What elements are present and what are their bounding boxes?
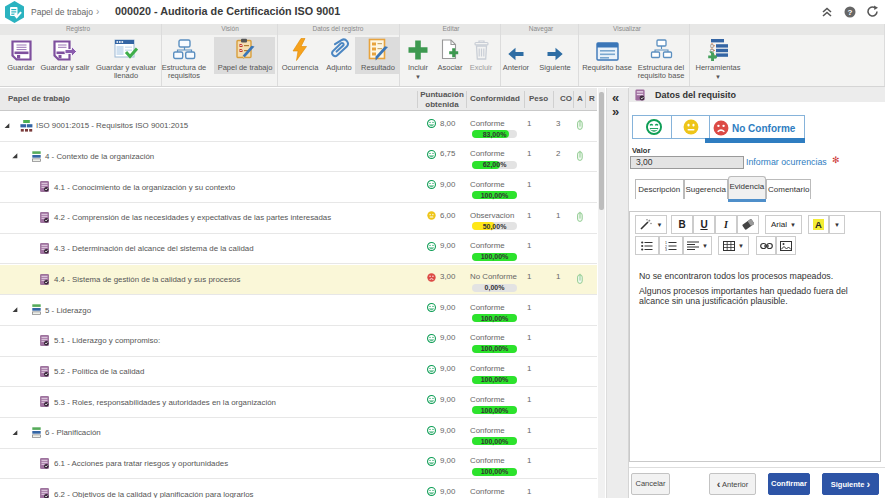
- svg-text:?: ?: [848, 8, 853, 17]
- svg-text:3: 3: [665, 248, 667, 251]
